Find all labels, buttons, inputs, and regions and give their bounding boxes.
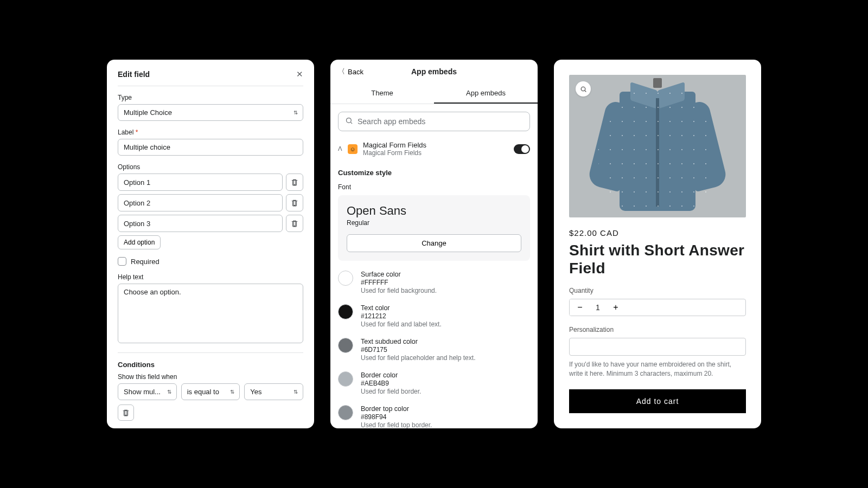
personalization-label: Personalization bbox=[569, 326, 746, 333]
option-input[interactable] bbox=[118, 174, 283, 191]
color-hex: #FFFFFF bbox=[361, 279, 437, 286]
product-page-panel: $22.00 CAD Shirt with Short Answer Field… bbox=[554, 60, 761, 428]
product-image bbox=[569, 75, 746, 217]
color-row[interactable]: Border top color #898F94 Used for field … bbox=[338, 405, 530, 428]
quantity-decrement-button[interactable]: − bbox=[570, 299, 590, 317]
panel-title: Edit field bbox=[118, 70, 150, 79]
svg-line-1 bbox=[350, 122, 352, 124]
chevron-left-icon: 〈 bbox=[338, 67, 345, 76]
font-label: Font bbox=[338, 183, 530, 191]
product-price: $22.00 CAD bbox=[569, 228, 746, 237]
search-input[interactable] bbox=[358, 117, 523, 126]
delete-condition-button[interactable] bbox=[118, 404, 134, 421]
required-checkbox-row[interactable]: Required bbox=[118, 257, 303, 266]
trash-icon bbox=[291, 199, 298, 207]
tab-app-embeds[interactable]: App embeds bbox=[434, 84, 538, 104]
zoom-button[interactable] bbox=[576, 81, 591, 97]
divider bbox=[118, 352, 303, 353]
color-swatch-icon bbox=[338, 338, 353, 353]
search-input-wrap[interactable] bbox=[338, 112, 530, 131]
color-row[interactable]: Text color #121212 Used for field and la… bbox=[338, 304, 530, 328]
label-input[interactable] bbox=[118, 139, 303, 156]
required-label: Required bbox=[131, 258, 159, 266]
embed-row: ᐱ ☺ Magical Form Fields Magical Form Fie… bbox=[338, 139, 530, 164]
color-name: Border color bbox=[361, 371, 421, 379]
color-row[interactable]: Text subdued color #6D7175 Used for fiel… bbox=[338, 338, 530, 362]
shirt-illustration bbox=[592, 86, 723, 218]
type-value: Multiple Choice bbox=[118, 104, 303, 121]
type-select[interactable]: Multiple Choice ⇅ bbox=[118, 104, 303, 121]
condition-value-select[interactable]: Yes ⇅ bbox=[244, 383, 303, 400]
tabs: Theme App embeds bbox=[330, 84, 538, 104]
add-to-cart-button[interactable]: Add to cart bbox=[569, 389, 746, 413]
svg-line-3 bbox=[585, 91, 586, 92]
quantity-label: Quantity bbox=[569, 287, 746, 294]
tab-theme[interactable]: Theme bbox=[330, 84, 434, 104]
trash-icon bbox=[122, 409, 130, 416]
option-row bbox=[118, 174, 303, 191]
close-icon[interactable]: ✕ bbox=[296, 69, 303, 79]
product-title: Shirt with Short Answer Field bbox=[569, 242, 746, 277]
panel-header: 〈 Back App embeds bbox=[330, 60, 538, 84]
option-input[interactable] bbox=[118, 215, 283, 232]
color-hex: #898F94 bbox=[361, 413, 432, 421]
show-when-label: Show this field when bbox=[118, 373, 303, 381]
option-input[interactable] bbox=[118, 194, 283, 211]
condition-field-select[interactable]: Show mul... ⇅ bbox=[118, 383, 177, 400]
panel-header: Edit field ✕ bbox=[107, 60, 314, 86]
add-option-button[interactable]: Add option bbox=[118, 235, 161, 249]
help-text-input[interactable] bbox=[118, 284, 303, 343]
personalization-help-text: If you'd like to have your name embroide… bbox=[569, 360, 746, 378]
color-name: Text color bbox=[361, 304, 442, 312]
color-desc: Used for field placeholder and help text… bbox=[361, 354, 475, 362]
delete-option-button[interactable] bbox=[286, 194, 303, 211]
embed-subtitle: Magical Form Fields bbox=[363, 149, 508, 157]
color-name: Border top color bbox=[361, 405, 432, 413]
app-embeds-panel: 〈 Back App embeds Theme App embeds ᐱ ☺ M… bbox=[330, 60, 538, 428]
change-font-button[interactable]: Change bbox=[347, 234, 521, 252]
trash-icon bbox=[291, 178, 298, 186]
label-label: Label * bbox=[118, 129, 303, 136]
quantity-increment-button[interactable]: + bbox=[605, 299, 626, 317]
trash-icon bbox=[291, 220, 298, 227]
options-label: Options bbox=[118, 163, 303, 171]
chevron-up-icon[interactable]: ᐱ bbox=[338, 145, 342, 152]
font-name: Open Sans bbox=[347, 204, 521, 218]
svg-point-0 bbox=[347, 118, 352, 123]
font-weight: Regular bbox=[347, 219, 521, 227]
divider bbox=[118, 86, 303, 86]
quantity-value: 1 bbox=[590, 303, 605, 312]
option-row bbox=[118, 194, 303, 211]
color-swatch-icon bbox=[338, 405, 353, 420]
color-desc: Used for field and label text. bbox=[361, 320, 442, 328]
back-button[interactable]: 〈 Back bbox=[338, 67, 363, 76]
color-swatch-icon bbox=[338, 271, 353, 286]
color-name: Surface color bbox=[361, 271, 437, 278]
svg-point-2 bbox=[581, 87, 585, 91]
help-text-label: Help text bbox=[118, 273, 303, 281]
color-row[interactable]: Border color #AEB4B9 Used for field bord… bbox=[338, 371, 530, 395]
customize-style-heading: Customize style bbox=[338, 169, 530, 177]
color-hex: #6D7175 bbox=[361, 346, 475, 354]
delete-option-button[interactable] bbox=[286, 174, 303, 191]
panel-title: App embeds bbox=[411, 67, 457, 76]
color-row[interactable]: Surface color #FFFFFF Used for field bac… bbox=[338, 271, 530, 294]
delete-option-button[interactable] bbox=[286, 215, 303, 232]
app-icon: ☺ bbox=[348, 144, 358, 154]
condition-operator-select[interactable]: is equal to ⇅ bbox=[181, 383, 240, 400]
toggle-knob-icon bbox=[521, 145, 529, 153]
color-hex: #AEB4B9 bbox=[361, 380, 421, 387]
quantity-stepper: − 1 + bbox=[569, 299, 746, 317]
personalization-input[interactable] bbox=[569, 338, 746, 356]
conditions-heading: Conditions bbox=[118, 361, 303, 369]
color-swatch-icon bbox=[338, 371, 353, 387]
color-name: Text subdued color bbox=[361, 338, 475, 345]
font-card: Open Sans Regular Change bbox=[338, 195, 530, 261]
color-desc: Used for field border. bbox=[361, 388, 421, 395]
embed-name: Magical Form Fields bbox=[363, 141, 508, 149]
color-swatch-icon bbox=[338, 304, 353, 319]
embed-toggle[interactable] bbox=[514, 144, 530, 154]
edit-field-panel: Edit field ✕ Type Multiple Choice ⇅ Labe… bbox=[107, 60, 314, 428]
type-label: Type bbox=[118, 94, 303, 101]
checkbox-icon bbox=[118, 257, 126, 266]
